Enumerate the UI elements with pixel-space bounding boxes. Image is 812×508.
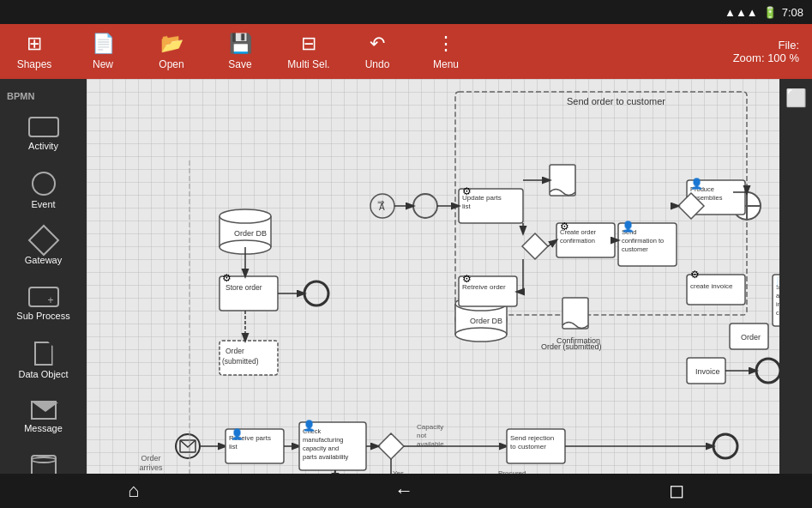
sidebar-item-subprocess[interactable]: Sub Process	[5, 276, 82, 331]
menu-label: Menu	[433, 58, 459, 70]
svg-point-78	[413, 194, 437, 218]
svg-text:⚙: ⚙	[462, 185, 472, 197]
file-info: File: Zoom: 100 %	[733, 39, 812, 64]
multisel-button[interactable]: ⊟ Multi Sel.	[274, 24, 343, 79]
dataobject-label: Data Object	[18, 369, 68, 379]
bottom-bar: ⌂ ← ◻	[0, 474, 812, 508]
subprocess-shape-icon	[28, 287, 59, 307]
svg-text:customer: customer	[622, 245, 648, 253]
svg-line-93	[548, 240, 556, 246]
activity-label: Activity	[28, 141, 58, 151]
sidebar-item-message[interactable]: Message	[5, 390, 82, 444]
svg-rect-99	[562, 298, 588, 329]
open-icon: 📂	[160, 33, 183, 55]
svg-text:Order DB: Order DB	[470, 317, 502, 325]
zoom-label: Zoom: 100 %	[733, 51, 799, 64]
recent-button[interactable]: ◻	[669, 480, 684, 502]
svg-point-131	[756, 359, 779, 383]
svg-text:👤: 👤	[690, 177, 703, 190]
save-button[interactable]: 💾 Save	[206, 24, 274, 79]
sidebar-title: BPMN	[0, 86, 87, 106]
time-display: 7:08	[782, 6, 803, 19]
shapes-label: Shapes	[17, 58, 52, 70]
svg-point-54	[455, 328, 507, 342]
toolbar: ⊞ Shapes 📄 New 📂 Open 💾 Save ⊟ Multi Sel…	[0, 24, 812, 79]
svg-text:to customer: to customer	[510, 443, 546, 451]
new-label: New	[93, 58, 113, 70]
svg-text:Capacity: Capacity	[417, 423, 443, 431]
event-label: Event	[31, 199, 55, 209]
multisel-icon: ⊟	[301, 33, 316, 55]
status-icons: ▲▲▲ 🔋 7:08	[725, 6, 803, 19]
message-label: Message	[24, 423, 63, 433]
svg-text:⚙: ⚙	[222, 272, 232, 284]
svg-text:manufacturing: manufacturing	[303, 436, 344, 444]
expand-button[interactable]: ⬜	[785, 88, 807, 108]
svg-text:create invoice: create invoice	[690, 282, 733, 290]
undo-button[interactable]: ↶ Undo	[343, 24, 412, 79]
shapes-icon: ⊞	[27, 33, 42, 55]
sidebar-item-activity[interactable]: Activity	[5, 106, 82, 161]
svg-marker-19	[378, 433, 404, 459]
svg-point-73	[304, 281, 328, 305]
svg-text:confirmation: confirmation	[560, 237, 595, 245]
svg-text:arrives: arrives	[139, 463, 163, 472]
svg-text:⚙: ⚙	[560, 221, 569, 233]
svg-text:Order: Order	[226, 347, 244, 355]
svg-text:Send rejection: Send rejection	[510, 434, 554, 442]
save-label: Save	[228, 58, 251, 70]
activity-shape-icon	[28, 117, 59, 137]
back-button[interactable]: ←	[394, 480, 413, 502]
sidebar-item-event[interactable]: Event	[5, 163, 82, 218]
svg-text:list: list	[229, 443, 238, 451]
gateway-shape-icon	[27, 225, 59, 257]
svg-text:👤: 👤	[303, 419, 316, 432]
svg-point-60	[220, 209, 271, 223]
svg-text:capacity and: capacity and	[303, 444, 339, 452]
home-button[interactable]: ⌂	[128, 480, 139, 502]
svg-marker-87	[522, 233, 548, 259]
new-button[interactable]: 📄 New	[69, 24, 137, 79]
menu-icon: ⋮	[436, 33, 455, 55]
open-label: Open	[159, 58, 183, 70]
svg-text:Invoice: Invoice	[695, 367, 720, 376]
canvas-area[interactable]: Send order to customer Order arrives Rec…	[87, 79, 779, 508]
message-shape-icon	[31, 401, 57, 420]
save-icon: 💾	[229, 33, 252, 55]
svg-text:Confirmation: Confirmation	[556, 336, 600, 345]
undo-icon: ↶	[370, 33, 385, 55]
svg-text:👤: 👤	[231, 427, 244, 440]
sidebar-item-gateway[interactable]: Gateway	[5, 220, 82, 275]
svg-text:⚙: ⚙	[690, 269, 700, 281]
right-controls: ⬜	[779, 79, 812, 508]
file-label: File:	[733, 39, 799, 51]
event-shape-icon	[32, 172, 56, 196]
svg-text:⇒: ⇒	[377, 197, 384, 207]
svg-point-28	[713, 434, 737, 458]
svg-text:list: list	[462, 203, 472, 210]
svg-text:parts availability: parts availability	[303, 453, 349, 461]
bpmn-diagram[interactable]: Send order to customer Order arrives Rec…	[87, 79, 779, 508]
dataobject-shape-icon	[34, 342, 53, 366]
svg-text:⚙: ⚙	[462, 273, 472, 285]
sidebar: BPMN Activity Event Gateway Sub Process …	[0, 79, 87, 508]
svg-text:(submitted): (submitted)	[222, 357, 259, 366]
sidebar-item-dataobject[interactable]: Data Object	[5, 333, 82, 388]
subprocess-title-label: Send order to customer	[567, 96, 665, 106]
undo-label: Undo	[365, 58, 390, 70]
menu-button[interactable]: ⋮ Menu	[412, 24, 480, 79]
svg-text:Order: Order	[741, 333, 761, 342]
shapes-button[interactable]: ⊞ Shapes	[0, 24, 69, 79]
status-bar: ▲▲▲ 🔋 7:08	[0, 0, 812, 24]
wifi-icon: ▲▲▲	[725, 6, 758, 19]
multisel-label: Multi Sel.	[287, 58, 329, 70]
battery-icon: 🔋	[763, 6, 777, 19]
svg-text:👤: 👤	[622, 220, 635, 233]
subprocess-label: Sub Process	[16, 311, 69, 321]
svg-text:not: not	[417, 432, 427, 439]
open-button[interactable]: 📂 Open	[137, 24, 206, 79]
new-icon: 📄	[92, 33, 115, 55]
svg-text:Order: Order	[141, 454, 160, 463]
svg-text:Order DB: Order DB	[234, 229, 267, 238]
svg-text:confirmation to: confirmation to	[622, 237, 664, 245]
